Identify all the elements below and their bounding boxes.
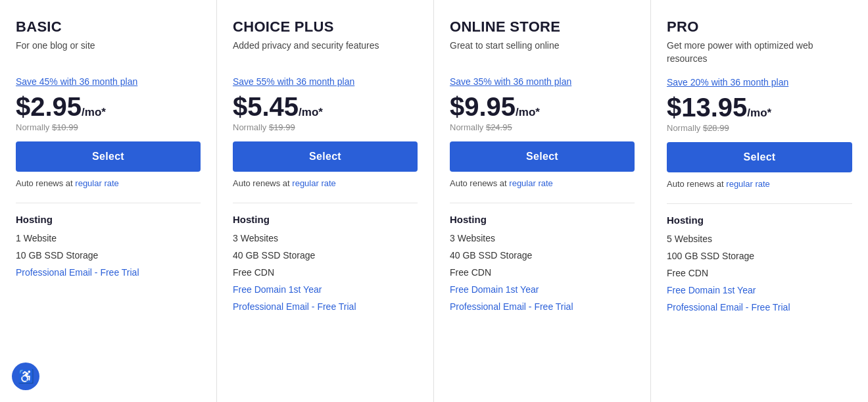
price-normal: Normally $24.95 [450, 122, 635, 132]
feature-item: Free Domain 1st Year [233, 284, 418, 295]
select-button[interactable]: Select [450, 141, 635, 172]
price-normal: Normally $28.99 [667, 123, 852, 133]
feature-item: Free Domain 1st Year [450, 284, 635, 295]
plan-name: PRO [667, 18, 852, 36]
price-main: $13.95/mo* [667, 93, 771, 122]
feature-item: Professional Email - Free Trial [16, 267, 201, 278]
plan-card-basic: BASIC For one blog or site Save 45% with… [0, 0, 217, 402]
price-main: $2.95/mo* [16, 92, 106, 121]
hosting-label: Hosting [667, 214, 852, 226]
price-row: $13.95/mo* [667, 94, 852, 120]
feature-item: 5 Websites [667, 234, 852, 244]
divider [233, 203, 418, 203]
feature-item: 1 Website [16, 233, 201, 243]
regular-rate-link[interactable]: regular rate [292, 178, 335, 188]
plan-description: For one blog or site [16, 39, 201, 64]
feature-item: Free CDN [233, 267, 418, 278]
price-main: $9.95/mo* [450, 92, 540, 121]
regular-rate-link[interactable]: regular rate [509, 178, 552, 188]
hosting-label: Hosting [16, 214, 201, 225]
auto-renew-text: Auto renews at regular rate [667, 179, 852, 189]
plan-card-pro: PRO Get more power with optimized web re… [651, 0, 868, 402]
feature-item: Professional Email - Free Trial [233, 301, 418, 312]
save-link[interactable]: Save 35% with 36 month plan [450, 76, 635, 87]
select-button[interactable]: Select [667, 142, 852, 172]
normal-price: $24.95 [486, 122, 512, 132]
regular-rate-link[interactable]: regular rate [726, 179, 769, 189]
per-mo: /mo* [747, 107, 771, 119]
feature-item: Professional Email - Free Trial [667, 302, 852, 313]
price-main: $5.45/mo* [233, 92, 323, 121]
plan-description: Added privacy and security features [233, 39, 418, 64]
per-mo: /mo* [299, 106, 323, 118]
plan-description: Great to start selling online [450, 39, 635, 64]
per-mo: /mo* [82, 106, 106, 118]
accessibility-icon: ♿ [18, 370, 34, 383]
feature-item: 10 GB SSD Storage [16, 250, 201, 261]
feature-item: 3 Websites [450, 233, 635, 243]
feature-item: 100 GB SSD Storage [667, 251, 852, 261]
feature-item: Free CDN [450, 267, 635, 278]
price-row: $9.95/mo* [450, 93, 635, 120]
auto-renew-text: Auto renews at regular rate [233, 178, 418, 188]
save-link[interactable]: Save 20% with 36 month plan [667, 77, 852, 88]
normal-price: $10.99 [52, 122, 78, 132]
divider [667, 203, 852, 204]
save-link[interactable]: Save 45% with 36 month plan [16, 76, 201, 87]
feature-item: 40 GB SSD Storage [233, 250, 418, 261]
select-button[interactable]: Select [233, 141, 418, 172]
feature-list: 1 Website 10 GB SSD Storage Professional… [16, 233, 201, 278]
pricing-table: BASIC For one blog or site Save 45% with… [0, 0, 868, 402]
plan-card-online-store: ONLINE STORE Great to start selling onli… [434, 0, 651, 402]
plan-description: Get more power with optimized web resour… [667, 39, 852, 65]
hosting-label: Hosting [233, 214, 418, 225]
feature-item: Free Domain 1st Year [667, 285, 852, 295]
feature-item: 3 Websites [233, 233, 418, 243]
feature-item: Professional Email - Free Trial [450, 301, 635, 312]
accessibility-button[interactable]: ♿ [12, 363, 39, 390]
plan-name: CHOICE PLUS [233, 18, 418, 36]
save-link[interactable]: Save 55% with 36 month plan [233, 76, 418, 87]
normal-price: $19.99 [269, 122, 295, 132]
auto-renew-text: Auto renews at regular rate [16, 178, 201, 188]
divider [16, 203, 201, 203]
feature-item: 40 GB SSD Storage [450, 250, 635, 261]
feature-list: 3 Websites 40 GB SSD Storage Free CDN Fr… [233, 233, 418, 312]
per-mo: /mo* [516, 106, 540, 118]
price-row: $2.95/mo* [16, 93, 201, 120]
plan-card-choice-plus: CHOICE PLUS Added privacy and security f… [217, 0, 434, 402]
feature-list: 5 Websites 100 GB SSD Storage Free CDN F… [667, 234, 852, 313]
divider [450, 203, 635, 203]
feature-item: Free CDN [667, 268, 852, 278]
regular-rate-link[interactable]: regular rate [75, 178, 118, 188]
price-normal: Normally $19.99 [233, 122, 418, 132]
price-normal: Normally $10.99 [16, 122, 201, 132]
price-row: $5.45/mo* [233, 93, 418, 120]
auto-renew-text: Auto renews at regular rate [450, 178, 635, 188]
hosting-label: Hosting [450, 214, 635, 225]
feature-list: 3 Websites 40 GB SSD Storage Free CDN Fr… [450, 233, 635, 312]
normal-price: $28.99 [703, 123, 729, 133]
plan-name: ONLINE STORE [450, 18, 635, 36]
plan-name: BASIC [16, 18, 201, 36]
select-button[interactable]: Select [16, 141, 201, 172]
